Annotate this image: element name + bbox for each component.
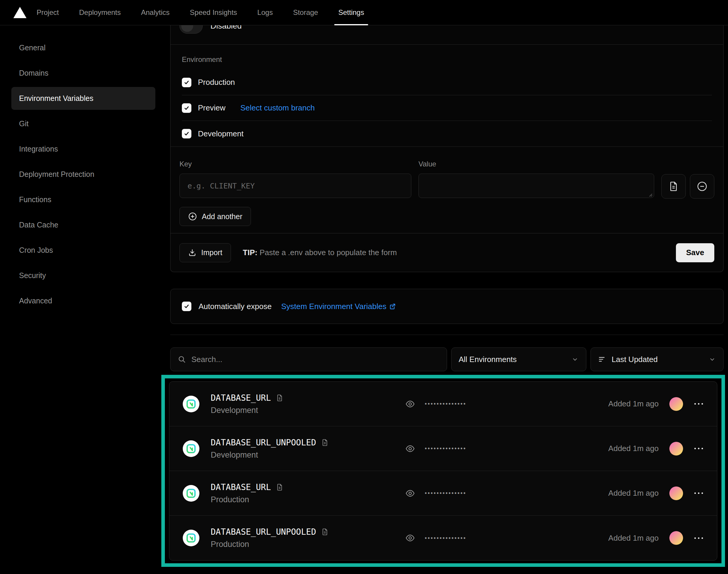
sidebar-item-domains[interactable]: Domains bbox=[11, 62, 155, 85]
env-row-production: Production bbox=[182, 70, 712, 95]
env-variables-panel: Disabled Environment Production Preview bbox=[170, 25, 724, 567]
add-another-label: Add another bbox=[202, 212, 242, 221]
search-icon bbox=[178, 355, 186, 364]
masked-value: •••••••••••••• bbox=[425, 490, 466, 497]
file-text-icon bbox=[668, 181, 679, 192]
check-icon bbox=[184, 80, 189, 85]
row-menu-button[interactable] bbox=[694, 401, 703, 407]
copy-icon[interactable] bbox=[275, 394, 284, 402]
check-icon bbox=[184, 105, 189, 111]
copy-icon[interactable] bbox=[275, 483, 284, 491]
eye-icon[interactable] bbox=[404, 444, 416, 453]
row-menu-button[interactable] bbox=[694, 445, 703, 452]
sidebar-item-git[interactable]: Git bbox=[11, 112, 155, 135]
chevron-down-icon bbox=[709, 356, 716, 363]
masked-value: •••••••••••••• bbox=[425, 535, 466, 541]
row-menu-button[interactable] bbox=[694, 490, 703, 496]
neon-integration-icon bbox=[183, 440, 200, 457]
sort-lines-icon bbox=[598, 355, 606, 364]
eye-icon[interactable] bbox=[404, 489, 416, 498]
sidebar-item-data-cache[interactable]: Data Cache bbox=[11, 213, 155, 236]
nav-tab-project[interactable]: Project bbox=[37, 0, 59, 25]
auto-expose-checkbox[interactable] bbox=[182, 301, 191, 311]
vercel-logo-icon[interactable] bbox=[13, 7, 27, 18]
search-input[interactable] bbox=[191, 355, 440, 364]
auto-expose-card: Automatically expose System Environment … bbox=[170, 289, 724, 324]
chevron-down-icon bbox=[571, 356, 579, 363]
value-input[interactable] bbox=[419, 173, 654, 198]
copy-icon[interactable] bbox=[321, 439, 329, 447]
select-custom-branch-link[interactable]: Select custom branch bbox=[240, 103, 314, 113]
nav-tab-storage[interactable]: Storage bbox=[293, 0, 318, 25]
sensitive-toggle[interactable] bbox=[179, 25, 203, 34]
neon-integration-icon bbox=[183, 485, 200, 502]
nav-tabs: Project Deployments Analytics Speed Insi… bbox=[37, 0, 364, 25]
sidebar-item-general[interactable]: General bbox=[11, 36, 155, 59]
env-var-environment: Production bbox=[211, 540, 329, 549]
user-avatar bbox=[669, 487, 683, 500]
production-label: Production bbox=[198, 78, 235, 87]
import-label: Import bbox=[201, 248, 222, 257]
development-checkbox[interactable] bbox=[182, 129, 191, 138]
plus-circle-icon bbox=[188, 212, 197, 221]
env-var-name: DATABASE_URL bbox=[211, 393, 271, 403]
sidebar-item-advanced[interactable]: Advanced bbox=[11, 289, 155, 312]
environment-filter-dropdown[interactable]: All Environments bbox=[451, 347, 586, 371]
added-timestamp: Added 1m ago bbox=[608, 534, 659, 543]
masked-value: •••••••••••••• bbox=[425, 445, 466, 452]
remove-row-button[interactable] bbox=[690, 174, 714, 199]
sidebar-item-environment-variables[interactable]: Environment Variables bbox=[11, 87, 155, 110]
nav-tab-speed-insights[interactable]: Speed Insights bbox=[190, 0, 237, 25]
filter-row: All Environments Last Updated bbox=[170, 347, 724, 371]
key-input[interactable] bbox=[179, 173, 411, 198]
env-row-development: Development bbox=[182, 121, 712, 147]
highlight-annotation-box: DATABASE_URL Development ••••• bbox=[161, 375, 725, 567]
env-var-name: DATABASE_URL_UNPOOLED bbox=[211, 438, 316, 447]
sidebar-item-integrations[interactable]: Integrations bbox=[11, 137, 155, 160]
form-footer: Import TIP: Paste a .env above to popula… bbox=[171, 233, 723, 272]
env-var-row: DATABASE_URL Development ••••• bbox=[169, 382, 717, 426]
resize-handle[interactable] bbox=[648, 193, 652, 197]
sidebar-item-cron-jobs[interactable]: Cron Jobs bbox=[11, 239, 155, 262]
add-another-button[interactable]: Add another bbox=[179, 207, 251, 226]
production-checkbox[interactable] bbox=[182, 78, 191, 87]
env-var-name: DATABASE_URL bbox=[211, 482, 271, 492]
sidebar-item-security[interactable]: Security bbox=[11, 264, 155, 287]
preview-checkbox[interactable] bbox=[182, 103, 191, 113]
env-var-name: DATABASE_URL_UNPOOLED bbox=[211, 527, 316, 537]
sort-value: Last Updated bbox=[612, 355, 658, 364]
save-button[interactable]: Save bbox=[676, 243, 714, 262]
development-label: Development bbox=[198, 129, 244, 138]
sensitive-toggle-row: Disabled bbox=[171, 25, 723, 45]
env-row-preview: Preview Select custom branch bbox=[182, 95, 712, 121]
env-var-row: DATABASE_URL_UNPOOLED Production bbox=[169, 516, 717, 560]
sidebar-item-deployment-protection[interactable]: Deployment Protection bbox=[11, 163, 155, 186]
copy-icon[interactable] bbox=[321, 528, 329, 536]
neon-integration-icon bbox=[183, 396, 200, 412]
key-value-section: Key Value bbox=[171, 147, 723, 233]
user-avatar bbox=[669, 531, 683, 545]
eye-icon[interactable] bbox=[404, 533, 416, 543]
added-timestamp: Added 1m ago bbox=[608, 489, 659, 498]
nav-tab-settings[interactable]: Settings bbox=[338, 0, 364, 25]
row-menu-button[interactable] bbox=[694, 535, 703, 541]
environment-label: Environment bbox=[182, 55, 712, 64]
sort-dropdown[interactable]: Last Updated bbox=[591, 347, 724, 371]
nav-tab-deployments[interactable]: Deployments bbox=[79, 0, 121, 25]
env-var-list: DATABASE_URL Development ••••• bbox=[169, 381, 717, 561]
create-env-var-card: Disabled Environment Production Preview bbox=[170, 25, 724, 272]
nav-tab-analytics[interactable]: Analytics bbox=[141, 0, 170, 25]
user-avatar bbox=[669, 397, 683, 411]
nav-tab-logs[interactable]: Logs bbox=[257, 0, 273, 25]
env-var-row: DATABASE_URL Production •••••• bbox=[169, 471, 717, 516]
import-button[interactable]: Import bbox=[179, 243, 231, 262]
added-timestamp: Added 1m ago bbox=[608, 399, 659, 408]
value-label: Value bbox=[419, 160, 654, 168]
auto-expose-label: Automatically expose bbox=[199, 302, 272, 311]
sidebar-item-functions[interactable]: Functions bbox=[11, 188, 155, 211]
paste-env-file-button[interactable] bbox=[661, 174, 686, 199]
added-timestamp: Added 1m ago bbox=[608, 444, 659, 453]
system-env-vars-link[interactable]: System Environment Variables bbox=[281, 302, 397, 311]
eye-icon[interactable] bbox=[404, 399, 416, 409]
check-icon bbox=[184, 131, 189, 137]
